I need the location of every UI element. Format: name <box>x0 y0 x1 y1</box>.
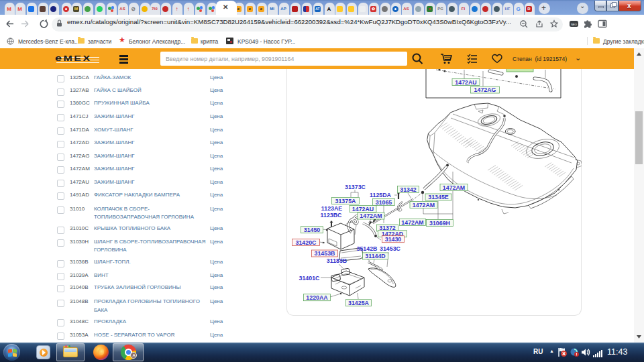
svg-text:31425A: 31425A <box>348 300 369 306</box>
svg-text:31183B: 31183B <box>327 257 347 264</box>
svg-text:1472AU: 1472AU <box>455 79 476 86</box>
svg-text:1472AG: 1472AG <box>474 86 496 93</box>
svg-text:1472AM: 1472AM <box>413 202 435 208</box>
svg-text:1472AM: 1472AM <box>443 184 465 191</box>
svg-text:31450: 31450 <box>304 227 321 233</box>
svg-text:35142B: 35142B <box>357 245 378 252</box>
svg-text:31069H: 31069H <box>429 220 450 227</box>
svg-text:31373C: 31373C <box>345 184 366 190</box>
svg-text:1125DA: 1125DA <box>370 192 391 198</box>
svg-text:1472AM: 1472AM <box>401 219 423 226</box>
svg-text:NEO: NEO <box>571 23 577 26</box>
svg-text:1123AE: 1123AE <box>321 205 342 212</box>
svg-text:1220AA: 1220AA <box>306 294 328 301</box>
svg-text:31453B: 31453B <box>315 250 335 257</box>
svg-text:31453C: 31453C <box>380 245 400 252</box>
svg-text:31342: 31342 <box>400 186 417 193</box>
svg-text:31065: 31065 <box>376 199 392 206</box>
svg-text:31345E: 31345E <box>428 194 448 200</box>
svg-text:31430: 31430 <box>385 236 402 243</box>
svg-text:1123BC: 1123BC <box>321 212 342 219</box>
svg-text:31401C: 31401C <box>299 275 320 282</box>
svg-text:1472AU: 1472AU <box>352 206 374 213</box>
svg-text:31144D: 31144D <box>365 253 385 259</box>
svg-text:1472AM: 1472AM <box>360 213 382 219</box>
svg-text:31375A: 31375A <box>335 198 356 204</box>
svg-text:31420C: 31420C <box>296 239 317 246</box>
